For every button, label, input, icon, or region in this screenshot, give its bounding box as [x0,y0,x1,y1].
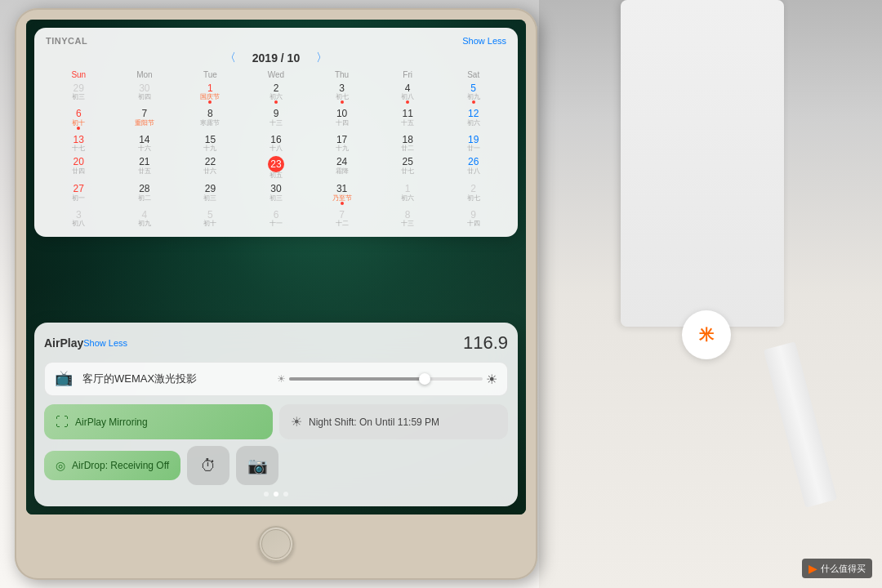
cal-cell[interactable]: 26廿八 [440,154,506,180]
control-center-panel: AirPlay Show Less 116.9 📺 客厅的WEMAX激光投影 ☀… [34,323,518,506]
cal-cell[interactable]: 18廿二 [375,132,441,154]
cal-cell[interactable]: 17十九 [309,132,375,154]
night-shift-label: Night Shift: On Until 11:59 PM [309,416,439,428]
cal-cell[interactable]: 2初六 [243,81,310,105]
airdrop-button[interactable]: ◎ AirDrop: Receiving Off [44,451,180,480]
cal-week-3: 13十七 14十六 15十九 16十八 17十九 18廿二 19廿一 [46,132,506,154]
cal-cell[interactable]: 1国庆节 [177,81,243,105]
control-center-button-grid: ⛶ AirPlay Mirroring ☀ Night Shift: On Un… [44,404,508,439]
cal-cell[interactable]: 25廿七 [375,154,441,180]
control-center-show-less[interactable]: Show Less [83,338,127,348]
cal-cell[interactable]: 6十一 [243,207,310,229]
airdrop-label: AirDrop: Receiving Off [72,460,169,471]
airplay-mirroring-button[interactable]: ⛶ AirPlay Mirroring [44,404,273,439]
cal-month-year: 2019 / 10 [252,51,300,65]
header-sun: Sun [46,70,112,79]
page-dot-1 [264,492,269,497]
timer-icon: ⏱ [200,457,216,475]
airplay-mirroring-label: AirPlay Mirroring [75,416,148,428]
airdrop-icon: ◎ [56,459,65,472]
timer-button[interactable]: ⏱ [187,446,229,485]
control-center-header: AirPlay Show Less 116.9 [44,332,508,354]
cal-cell[interactable]: 29初三 [46,81,112,105]
header-tue: Tue [177,70,243,79]
cal-cell[interactable]: 21廿五 [112,154,178,180]
cal-cell[interactable]: 30初四 [112,81,178,105]
home-button[interactable] [258,526,294,562]
airplay-mirroring-icon: ⛶ [56,415,69,430]
header-mon: Mon [112,70,178,79]
cable [764,341,837,508]
cal-cell[interactable]: 31乃至节 [309,181,375,206]
cal-cell[interactable]: 3初八 [46,207,112,229]
airplay-device-icon: 📺 [55,369,74,389]
cal-cell[interactable]: 13十七 [46,132,112,154]
header-wed: Wed [243,70,310,79]
page-dot-3 [283,492,288,497]
cal-cell[interactable]: 5初十 [177,207,243,229]
right-device-area: 米 [539,0,882,588]
ipad-screen: TINYCAL Show Less 〈 2019 / 10 〉 Sun Mon … [26,20,526,514]
cal-week-5: 27初一 28初二 29初三 30初三 31乃至节 1初六 2初七 [46,181,506,206]
watermark-text: 什么值得买 [821,563,866,575]
cal-cell[interactable]: 10十四 [309,106,375,131]
cal-cell[interactable]: 11十五 [375,106,441,131]
tinycal-header: TINYCAL Show Less [46,36,506,46]
airplay-device-row[interactable]: 📺 客厅的WEMAX激光投影 ☀ ☀ [44,362,508,396]
cal-cell[interactable]: 8十三 [375,207,441,229]
brightness-low-icon: ☀ [277,373,286,385]
cal-cell[interactable]: 2初七 [440,181,506,206]
header-thu: Thu [309,70,375,79]
airplay-device-name: 客厅的WEMAX激光投影 [82,372,277,386]
tinycal-show-less-button[interactable]: Show Less [462,36,506,46]
page-dot-2 [274,492,278,497]
ipad-device: TINYCAL Show Less 〈 2019 / 10 〉 Sun Mon … [15,8,537,580]
cal-cell[interactable]: 4初九 [112,207,178,229]
cal-cell[interactable]: 16十八 [243,132,310,154]
cal-cell[interactable]: 22廿六 [177,154,243,180]
cal-cell[interactable]: 8寒露节 [177,106,243,131]
cal-week-4: 20廿四 21廿五 22廿六 23 初五 24霜降 25廿七 26廿八 [46,154,506,180]
cal-cell[interactable]: 12初六 [440,106,506,131]
cal-week-1: 29初三 30初四 1国庆节 2初六 3初七 4初八 5初九 [46,81,506,105]
calendar-navigation: 〈 2019 / 10 〉 [46,51,506,65]
brightness-slider-fill [289,377,425,381]
cal-cell[interactable]: 20廿四 [46,154,112,180]
camera-icon: 📷 [247,456,268,475]
night-shift-icon: ☀ [291,414,302,430]
cal-cell[interactable]: 7十二 [309,207,375,229]
cal-cell[interactable]: 29初三 [177,181,243,206]
brightness-slider[interactable] [289,377,483,381]
cal-cell[interactable]: 24霜降 [309,154,375,180]
cal-cell[interactable]: 19廿一 [440,132,506,154]
cal-cell[interactable]: 14十六 [112,132,178,154]
cal-cell[interactable]: 1初六 [375,181,441,206]
cal-cell-today[interactable]: 23 初五 [243,154,310,180]
white-device-box [621,0,784,327]
header-sat: Sat [440,70,506,79]
page-indicator-dots [44,492,508,497]
cal-cell[interactable]: 28初二 [112,181,178,206]
cal-next-button[interactable]: 〉 [316,51,327,65]
calendar-day-headers: Sun Mon Tue Wed Thu Fri Sat [46,70,506,79]
cal-cell[interactable]: 7重阳节 [112,106,178,131]
cal-cell[interactable]: 30初三 [243,181,310,206]
cal-cell[interactable]: 27初一 [46,181,112,206]
cal-cell[interactable]: 9十三 [243,106,310,131]
cal-prev-button[interactable]: 〈 [225,51,236,65]
cal-cell[interactable]: 6初十 [46,106,112,131]
mi-logo: 米 [682,310,731,359]
home-button-inner [261,529,291,559]
night-shift-button[interactable]: ☀ Night Shift: On Until 11:59 PM [279,404,508,439]
brightness-high-icon: ☀ [486,372,497,387]
cal-week-2: 6初十 7重阳节 8寒露节 9十三 10十四 11十五 12初六 [46,106,506,131]
control-center-title: AirPlay [44,336,83,350]
cal-cell[interactable]: 4初八 [375,81,441,105]
cal-cell[interactable]: 3初七 [309,81,375,105]
cal-cell[interactable]: 5初九 [440,81,506,105]
calendar-grid: Sun Mon Tue Wed Thu Fri Sat 29初三 30初四 1国… [46,70,506,229]
cal-cell[interactable]: 9十四 [440,207,506,229]
cal-cell[interactable]: 15十九 [177,132,243,154]
camera-button[interactable]: 📷 [236,446,278,485]
brightness-slider-thumb[interactable] [419,373,430,385]
